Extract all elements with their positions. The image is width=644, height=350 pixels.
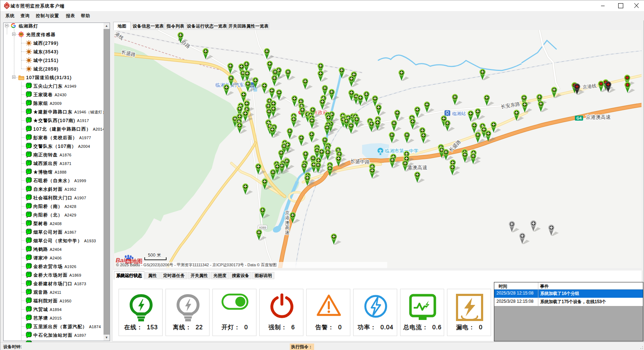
svg-text:港: 港 — [285, 215, 290, 220]
svg-text:临湘市第一中学: 临湘市第一中学 — [385, 148, 419, 154]
svg-text:文: 文 — [378, 149, 382, 153]
svg-text:500 米: 500 米 — [148, 253, 161, 258]
svg-text:G4: G4 — [576, 116, 581, 120]
svg-text:速: 速 — [285, 230, 290, 235]
svg-text:京港澳高速: 京港澳高速 — [586, 114, 611, 120]
svg-text:临湘站: 临湘站 — [452, 111, 466, 116]
svg-text:X089: X089 — [259, 226, 266, 229]
svg-text:澳: 澳 — [285, 220, 290, 225]
svg-text:京: 京 — [285, 210, 290, 215]
svg-text:© 2025 Baidu - GS(2023)3206号 -: © 2025 Baidu - GS(2023)3206号 - 甲测资字11111… — [116, 263, 277, 267]
svg-text:高: 高 — [285, 225, 290, 230]
